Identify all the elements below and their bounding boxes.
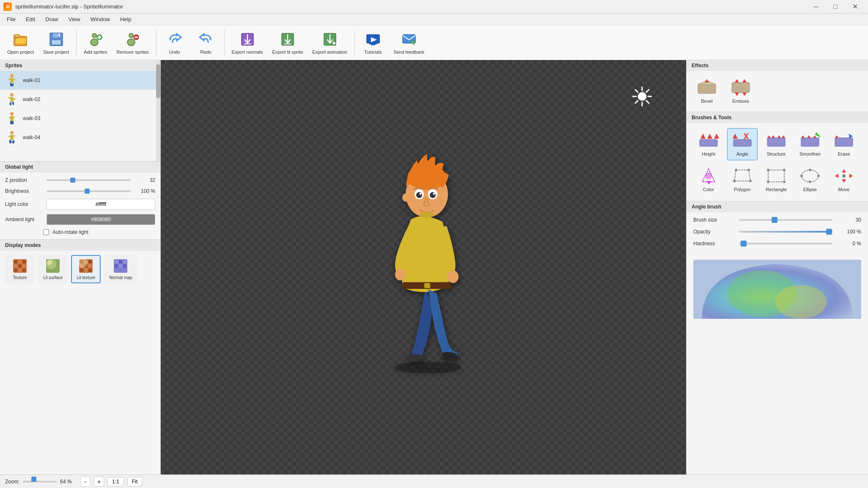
tutorials-button[interactable]: Tutorials xyxy=(358,28,388,58)
mode-lit-surface-button[interactable]: Lit surface xyxy=(38,255,68,283)
light-color-label: Light color xyxy=(5,201,43,207)
brush-size-label: Brush size xyxy=(693,217,736,223)
z-position-thumb[interactable] xyxy=(70,178,75,183)
sprites-list[interactable]: walk-01 walk-02 xyxy=(0,71,160,147)
svg-rect-68 xyxy=(80,269,83,272)
menu-window[interactable]: Window xyxy=(85,14,115,24)
send-feedback-button[interactable]: Send feedback xyxy=(390,28,428,58)
svg-point-90 xyxy=(395,269,405,280)
save-project-button[interactable]: Save project xyxy=(39,28,73,58)
brightness-thumb[interactable] xyxy=(85,189,90,194)
svg-point-131 xyxy=(800,175,803,177)
mode-lit-texture-button[interactable]: Lit texture xyxy=(71,255,101,283)
svg-rect-76 xyxy=(115,264,118,268)
polygon-tool-button[interactable]: Polygon xyxy=(727,164,758,196)
sprite-item-0[interactable]: walk-01 xyxy=(0,71,160,90)
svg-point-30 xyxy=(10,93,14,96)
brush-size-thumb[interactable] xyxy=(772,217,777,223)
light-color-row: Light color xyxy=(5,199,155,210)
redo-button[interactable]: Redo xyxy=(191,28,221,58)
svg-rect-78 xyxy=(123,264,126,268)
svg-point-135 xyxy=(775,285,827,319)
opacity-thumb[interactable] xyxy=(826,229,832,235)
erase-tool-button[interactable]: Erase xyxy=(829,128,859,160)
opacity-slider[interactable] xyxy=(739,228,832,235)
add-sprites-button[interactable]: Add sprites xyxy=(80,28,111,58)
svg-rect-54 xyxy=(22,264,26,268)
brightness-slider[interactable] xyxy=(47,188,131,195)
export-normals-button[interactable]: Export normals xyxy=(228,28,267,58)
sprite-thumb-3 xyxy=(5,131,19,144)
svg-line-84 xyxy=(635,90,638,92)
maximize-button[interactable]: □ xyxy=(826,0,845,14)
emboss-button[interactable]: Emboss xyxy=(727,76,754,107)
svg-rect-22 xyxy=(371,44,375,45)
hardness-slider[interactable] xyxy=(739,240,832,247)
open-project-icon xyxy=(12,31,29,48)
separator-2 xyxy=(156,30,157,55)
rectangle-tool-button[interactable]: Rectangle xyxy=(761,164,791,196)
export-animation-button[interactable]: Export animation xyxy=(308,28,351,58)
erase-tool-icon xyxy=(833,132,854,149)
auto-rotate-checkbox[interactable] xyxy=(43,229,49,235)
svg-point-127 xyxy=(783,181,786,183)
undo-button[interactable]: Undo xyxy=(160,28,190,58)
svg-rect-74 xyxy=(119,260,122,263)
menu-draw[interactable]: Draw xyxy=(40,14,63,24)
rectangle-tool-label: Rectangle xyxy=(766,187,787,192)
menu-view[interactable]: View xyxy=(63,14,85,24)
bevel-button[interactable]: Bevel xyxy=(693,76,720,107)
polygon-tool-icon xyxy=(732,167,753,184)
mode-normal-map-icon xyxy=(113,258,128,274)
ambient-light-input[interactable] xyxy=(47,214,155,225)
zoom-plus-button[interactable]: + xyxy=(94,477,104,487)
menu-edit[interactable]: Edit xyxy=(21,14,40,24)
hardness-thumb[interactable] xyxy=(741,241,747,247)
svg-point-24 xyxy=(10,74,14,77)
polygon-tool-label: Polygon xyxy=(734,187,751,192)
move-tool-button[interactable]: Move xyxy=(829,164,859,196)
svg-rect-41 xyxy=(12,121,14,124)
sprite-item-3[interactable]: walk-04 xyxy=(0,128,160,147)
smoothen-tool-button[interactable]: Smoothen xyxy=(795,128,825,160)
color-tool-button[interactable]: Color xyxy=(693,164,724,196)
angle-tool-button[interactable]: Angle xyxy=(727,128,758,160)
auto-rotate-row: Auto-rotate light xyxy=(5,229,155,235)
zoom-slider[interactable] xyxy=(23,478,57,485)
svg-point-71 xyxy=(77,258,88,268)
svg-rect-34 xyxy=(10,102,12,105)
mode-texture-button[interactable]: Texture xyxy=(5,255,35,283)
svg-rect-57 xyxy=(22,269,26,272)
close-button[interactable]: ✕ xyxy=(845,0,865,14)
sprite-item-2[interactable]: walk-03 xyxy=(0,109,160,128)
svg-point-7 xyxy=(91,39,98,46)
angle-brush-header: Angle brush xyxy=(687,201,868,212)
send-feedback-icon xyxy=(401,31,418,48)
svg-point-97 xyxy=(420,193,422,195)
zoom-11-button[interactable]: 1:1 xyxy=(107,477,124,486)
svg-point-79 xyxy=(638,92,646,101)
svg-rect-49 xyxy=(14,260,17,263)
remove-sprites-button[interactable]: Remove sprites xyxy=(113,28,152,58)
structure-tool-button[interactable]: Structure xyxy=(761,128,791,160)
open-project-button[interactable]: Open project xyxy=(3,28,38,58)
light-indicator[interactable] xyxy=(631,85,652,107)
height-tool-button[interactable]: Height xyxy=(693,128,724,160)
minimize-button[interactable]: ─ xyxy=(806,0,826,14)
ellipse-tool-button[interactable]: Ellipse xyxy=(795,164,825,196)
light-color-input[interactable] xyxy=(47,199,155,210)
canvas-area[interactable] xyxy=(161,60,686,474)
sprites-scrollbar[interactable] xyxy=(156,60,160,161)
emboss-label: Emboss xyxy=(732,99,749,104)
svg-rect-45 xyxy=(13,135,15,137)
brush-size-slider[interactable] xyxy=(739,217,832,223)
menu-file[interactable]: File xyxy=(2,14,21,24)
mode-normal-map-button[interactable]: Normal map xyxy=(104,255,137,283)
zoom-fit-button[interactable]: Fit xyxy=(127,477,142,486)
export-lit-sprite-button[interactable]: Export lit sprite xyxy=(269,28,307,58)
zoom-thumb[interactable] xyxy=(31,477,36,482)
zoom-minus-button[interactable]: - xyxy=(80,477,91,487)
menu-help[interactable]: Help xyxy=(115,14,137,24)
sprite-item-1[interactable]: walk-02 xyxy=(0,90,160,109)
z-position-slider[interactable] xyxy=(47,177,131,184)
